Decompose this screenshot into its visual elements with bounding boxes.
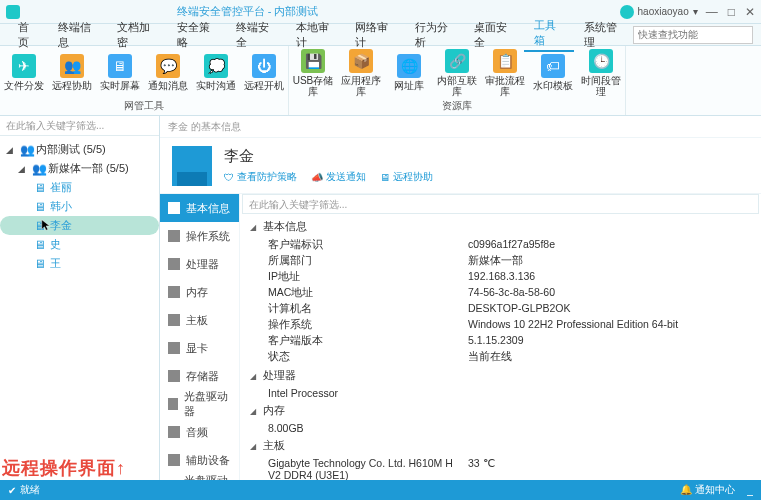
detail-key: IP地址 [268, 270, 468, 284]
url-library-button[interactable]: 🌐网址库 [385, 46, 433, 99]
remote-power-button[interactable]: ⏻远程开机 [240, 46, 288, 99]
ribbon-group-label: 网管工具 [0, 99, 288, 115]
org-tree: ◢👥内部测试 (5/5) ◢👥新媒体一部 (5/5) 🖥崔丽 🖥韩小 🖥李金 🖥… [0, 136, 159, 480]
usb-storage-button[interactable]: 💾USB存储库 [289, 46, 337, 99]
detail-key: Gigabyte Technology Co. Ltd. H610M H V2 … [268, 457, 468, 480]
section-header[interactable]: ◢ 基本信息 [240, 216, 761, 237]
detail-filter-input[interactable]: 在此输入关键字筛选... [242, 194, 759, 214]
ribbon: ✈文件分发 👥远程协助 🖥实时屏幕 💬通知消息 💭实时沟通 ⏻远程开机 网管工具… [0, 46, 761, 116]
detail-row: 8.00GB [240, 421, 761, 435]
maximize-button[interactable]: □ [728, 5, 735, 19]
sidebar: 在此输入关键字筛选... ◢👥内部测试 (5/5) ◢👥新媒体一部 (5/5) … [0, 116, 160, 480]
send-notify-link[interactable]: 📣发送通知 [311, 170, 366, 184]
section-header[interactable]: ◢ 主板 [240, 435, 761, 456]
menu-bar: 首页 终端信息 文档加密 安全策略 终端安全 本地审计 网络审计 行为分析 桌面… [0, 24, 761, 46]
view-policy-link[interactable]: 🛡查看防护策略 [224, 170, 297, 184]
detail-value: 新媒体一部 [468, 254, 523, 268]
monitor-icon: 🖥 [380, 172, 390, 183]
sidebar-filter-input[interactable]: 在此输入关键字筛选... [0, 116, 159, 136]
remote-assist-link[interactable]: 🖥远程协助 [380, 170, 433, 184]
username: haoxiaoyao [638, 6, 689, 17]
tree-dept[interactable]: ◢👥新媒体一部 (5/5) [0, 159, 159, 178]
user-badge[interactable]: haoxiaoyao ▾ [620, 5, 698, 19]
nav-storage[interactable]: 存储器 [160, 362, 239, 390]
detail-row: 客户端版本5.1.15.2309 [240, 333, 761, 349]
nav-cpu[interactable]: 处理器 [160, 250, 239, 278]
nav-memory[interactable]: 内存 [160, 278, 239, 306]
avatar-icon [620, 5, 634, 19]
watermark-button[interactable]: 🏷水印模板 [529, 46, 577, 99]
profile-name: 李金 [224, 147, 433, 166]
menu-security-policy[interactable]: 安全策略 [167, 20, 227, 50]
detail-value: 192.168.3.136 [468, 270, 535, 284]
approval-flow-button[interactable]: 📋审批流程库 [481, 46, 529, 99]
remote-assist-button[interactable]: 👥远程协助 [48, 46, 96, 99]
overlay-caption: 远程操作界面↑ [2, 456, 126, 480]
menu-terminal-info[interactable]: 终端信息 [48, 20, 108, 50]
chat-button[interactable]: 💭实时沟通 [192, 46, 240, 99]
detail-value: 33 ℃ [468, 457, 495, 480]
tree-user-selected[interactable]: 🖥李金 [0, 216, 159, 235]
file-distribute-button[interactable]: ✈文件分发 [0, 46, 48, 99]
menu-home[interactable]: 首页 [8, 20, 48, 50]
minimize-button[interactable]: — [706, 5, 718, 19]
notify-button[interactable]: 💬通知消息 [144, 46, 192, 99]
tree-user[interactable]: 🖥史 [0, 235, 159, 254]
section-header[interactable]: ◢ 内存 [240, 400, 761, 421]
close-button[interactable]: ✕ [745, 5, 755, 19]
nav-audio[interactable]: 音频 [160, 418, 239, 446]
detail-value: c0996a1f27a95f8e [468, 238, 555, 252]
detail-key: 状态 [268, 350, 468, 364]
realtime-screen-button[interactable]: 🖥实时屏幕 [96, 46, 144, 99]
menu-desktop-security[interactable]: 桌面安全 [464, 20, 524, 50]
ribbon-group-label: 资源库 [289, 99, 625, 115]
ribbon-group-nettools: ✈文件分发 👥远程协助 🖥实时屏幕 💬通知消息 💭实时沟通 ⏻远程开机 网管工具 [0, 46, 289, 115]
nav-os[interactable]: 操作系统 [160, 222, 239, 250]
status-ready-icon: ✔ [8, 485, 16, 496]
nav-optical2[interactable]: 光盘驱动器 [160, 474, 239, 480]
shield-icon: 🛡 [224, 172, 234, 183]
nav-motherboard[interactable]: 主板 [160, 306, 239, 334]
detail-row: 客户端标识c0996a1f27a95f8e [240, 237, 761, 253]
detail-key: 所属部门 [268, 254, 468, 268]
section-header[interactable]: ◢ 处理器 [240, 365, 761, 386]
tree-user[interactable]: 🖥崔丽 [0, 178, 159, 197]
main-panel: 李金 的基本信息 李金 🛡查看防护策略 📣发送通知 🖥远程协助 基本信息 操作系… [160, 116, 761, 480]
quick-search-input[interactable] [633, 26, 753, 44]
intranet-button[interactable]: 🔗内部互联库 [433, 46, 481, 99]
app-logo [6, 5, 20, 19]
nav-optical[interactable]: 光盘驱动器 [160, 390, 239, 418]
detail-value: 5.1.15.2309 [468, 334, 523, 348]
nav-gpu[interactable]: 显卡 [160, 334, 239, 362]
status-bar: ✔ 就绪 🔔 通知中心 ⎯ [0, 480, 761, 500]
computer-icon [172, 146, 212, 186]
detail-key: MAC地址 [268, 286, 468, 300]
menu-terminal-security[interactable]: 终端安全 [226, 20, 286, 50]
detail-list[interactable]: ◢ 基本信息客户端标识c0996a1f27a95f8e所属部门新媒体一部IP地址… [240, 216, 761, 480]
detail-value: 当前在线 [468, 350, 512, 364]
detail-key: 客户端版本 [268, 334, 468, 348]
timespan-button[interactable]: 🕒时间段管理 [577, 46, 625, 99]
app-library-button[interactable]: 📦应用程序库 [337, 46, 385, 99]
notification-center[interactable]: 🔔 通知中心 [680, 483, 735, 497]
detail-key: 操作系统 [268, 318, 468, 332]
detail-row: 状态当前在线 [240, 349, 761, 365]
menu-behavior[interactable]: 行为分析 [405, 20, 465, 50]
menu-system[interactable]: 系统管理 [574, 20, 634, 50]
tree-root[interactable]: ◢👥内部测试 (5/5) [0, 140, 159, 159]
detail-key: 8.00GB [268, 422, 468, 434]
status-text: 就绪 [20, 483, 40, 497]
menu-local-audit[interactable]: 本地审计 [286, 20, 346, 50]
status-sep: ⎯ [747, 485, 753, 496]
menu-network-audit[interactable]: 网络审计 [345, 20, 405, 50]
nav-basic-info[interactable]: 基本信息 [160, 194, 239, 222]
tree-user[interactable]: 🖥韩小 [0, 197, 159, 216]
detail-row: Gigabyte Technology Co. Ltd. H610M H V2 … [240, 456, 761, 480]
detail-row: 计算机名DESKTOP-GLPB2OK [240, 301, 761, 317]
menu-doc-encrypt[interactable]: 文档加密 [107, 20, 167, 50]
detail-row: 操作系统Windows 10 22H2 Professional Edition… [240, 317, 761, 333]
detail-value: 74-56-3c-8a-58-60 [468, 286, 555, 300]
profile-header: 李金 🛡查看防护策略 📣发送通知 🖥远程协助 [160, 138, 761, 194]
tree-user[interactable]: 🖥王 [0, 254, 159, 273]
nav-aux[interactable]: 辅助设备 [160, 446, 239, 474]
